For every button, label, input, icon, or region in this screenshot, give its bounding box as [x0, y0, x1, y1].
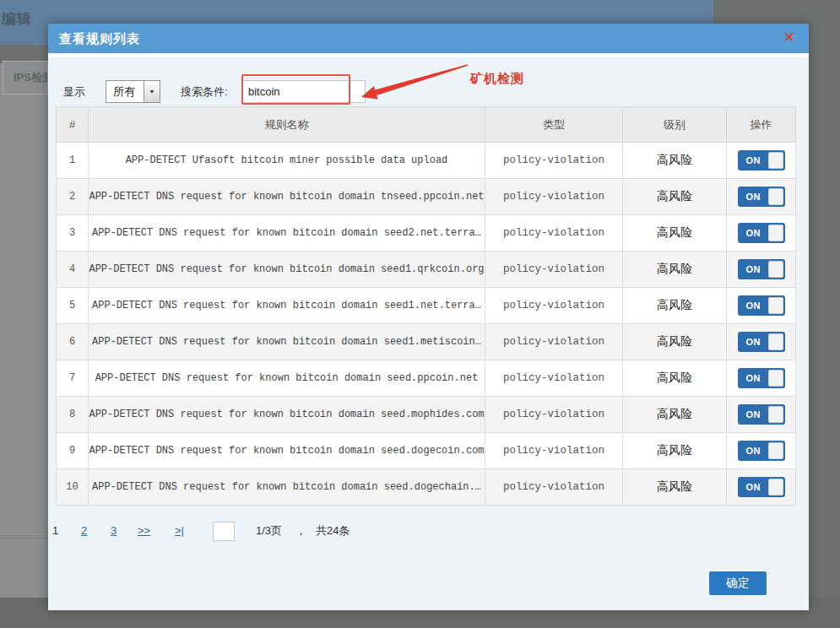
rule-enable-toggle[interactable]: ON: [738, 404, 785, 425]
table-row: 2APP-DETECT DNS request for known bitcoi…: [57, 179, 796, 215]
risk-level: 高风险: [623, 469, 727, 506]
page-last-button[interactable]: >|: [175, 521, 184, 541]
rule-action-cell: ON: [727, 324, 796, 360]
toggle-knob[interactable]: [768, 261, 783, 278]
risk-level: 高风险: [623, 252, 727, 288]
toggle-knob[interactable]: [768, 152, 783, 169]
risk-level: 高风险: [623, 397, 727, 433]
toggle-on-label: ON: [746, 295, 761, 316]
row-number: 1: [57, 143, 89, 179]
rule-name: APP-DETECT DNS request for known bitcoin…: [89, 397, 485, 433]
page-jump-input[interactable]: [213, 522, 235, 541]
rule-enable-toggle[interactable]: ON: [738, 441, 785, 461]
toggle-knob[interactable]: [768, 370, 783, 387]
rule-action-cell: ON: [727, 469, 796, 506]
toggle-on-label: ON: [746, 150, 761, 171]
toggle-knob[interactable]: [768, 479, 783, 495]
row-number: 6: [57, 324, 89, 360]
toggle-knob[interactable]: [768, 333, 783, 350]
rule-type: policy-violation: [485, 143, 623, 179]
rule-type: policy-violation: [485, 433, 623, 469]
chevron-down-icon[interactable]: ▼: [144, 81, 160, 102]
close-icon[interactable]: ✕: [783, 30, 795, 46]
edit-button: 编辑: [2, 9, 32, 29]
table-row: 3APP-DETECT DNS request for known bitcoi…: [57, 215, 796, 252]
display-select-value: 所有: [113, 81, 135, 102]
page-info-separator: ，: [295, 521, 306, 541]
risk-level: 高风险: [623, 288, 727, 324]
risk-level: 高风险: [623, 324, 727, 360]
rule-action-cell: ON: [727, 360, 796, 397]
ok-button[interactable]: 确定: [709, 571, 767, 595]
search-input[interactable]: [242, 80, 366, 103]
row-number: 9: [57, 433, 89, 469]
rule-type: policy-violation: [485, 252, 623, 288]
col-header-action: 操作: [727, 107, 796, 143]
row-number: 4: [57, 252, 89, 288]
rule-action-cell: ON: [727, 215, 796, 252]
header-separator: [48, 53, 809, 57]
rule-type: policy-violation: [485, 397, 623, 433]
risk-level: 高风险: [623, 433, 727, 469]
rule-enable-toggle[interactable]: ON: [738, 368, 785, 388]
rule-enable-toggle[interactable]: ON: [738, 259, 785, 279]
toggle-knob[interactable]: [768, 188, 783, 205]
screen: 编辑 IPS检测 查看规则列表 ✕ 显示 所有 ▼ 搜索条件: # 规则: [0, 0, 840, 628]
rule-name: APP-DETECT DNS request for known bitcoin…: [89, 324, 485, 360]
table-row: 6APP-DETECT DNS request for known bitcoi…: [57, 324, 796, 360]
table-row: 10APP-DETECT DNS request for known bitco…: [57, 469, 796, 506]
page-next-button[interactable]: >>: [138, 521, 150, 541]
rule-type: policy-violation: [485, 179, 623, 215]
rule-name: APP-DETECT DNS request for known bitcoin…: [89, 433, 485, 469]
page-current: 1: [52, 521, 58, 541]
risk-level: 高风险: [623, 179, 727, 215]
rule-type: policy-violation: [485, 360, 623, 397]
pagination: 1 2 3 >> >| 1/3页 ， 共24条: [48, 521, 470, 543]
toggle-knob[interactable]: [768, 225, 783, 241]
rule-name: APP-DETECT Ufasoft bitcoin miner possibl…: [89, 143, 485, 179]
page-link-3[interactable]: 3: [111, 521, 117, 541]
toggle-on-label: ON: [746, 368, 761, 388]
toggle-on-label: ON: [746, 332, 761, 352]
rule-type: policy-violation: [485, 324, 623, 360]
rule-action-cell: ON: [727, 143, 796, 179]
toggle-on-label: ON: [746, 404, 761, 425]
toggle-on-label: ON: [746, 187, 761, 207]
row-number: 8: [57, 397, 89, 433]
toggle-on-label: ON: [746, 477, 761, 497]
risk-level: 高风险: [623, 215, 727, 252]
rules-table-body: 1APP-DETECT Ufasoft bitcoin miner possib…: [57, 143, 796, 506]
total-count: 共24条: [316, 521, 350, 541]
page-link-2[interactable]: 2: [81, 521, 87, 541]
col-header-level: 级别: [623, 107, 727, 143]
rule-enable-toggle[interactable]: ON: [738, 295, 785, 316]
rule-enable-toggle[interactable]: ON: [738, 477, 785, 497]
rule-name: APP-DETECT DNS request for known bitcoin…: [89, 469, 485, 506]
rule-action-cell: ON: [727, 288, 796, 324]
rule-enable-toggle[interactable]: ON: [738, 223, 785, 243]
toggle-knob[interactable]: [768, 406, 783, 423]
rule-name: APP-DETECT DNS request for known bitcoin…: [89, 179, 485, 215]
tab-ips-detect: IPS检测: [3, 61, 48, 95]
display-select[interactable]: 所有 ▼: [106, 80, 160, 103]
rule-enable-toggle[interactable]: ON: [738, 187, 785, 207]
table-row: 9APP-DETECT DNS request for known bitcoi…: [57, 433, 796, 469]
toggle-on-label: ON: [746, 259, 761, 279]
rule-enable-toggle[interactable]: ON: [738, 150, 785, 171]
rule-type: policy-violation: [485, 288, 623, 324]
col-header-index: #: [57, 107, 89, 143]
risk-level: 高风险: [623, 143, 727, 179]
toggle-knob[interactable]: [768, 297, 783, 314]
rule-type: policy-violation: [485, 215, 623, 252]
row-number: 7: [57, 360, 89, 397]
rule-name: APP-DETECT DNS request for known bitcoin…: [89, 360, 485, 397]
rule-type: policy-violation: [485, 469, 623, 506]
rule-enable-toggle[interactable]: ON: [738, 332, 785, 352]
table-row: 1APP-DETECT Ufasoft bitcoin miner possib…: [57, 143, 796, 179]
page-info: 1/3页: [256, 521, 282, 541]
toggle-on-label: ON: [746, 441, 761, 461]
col-header-type: 类型: [485, 107, 623, 143]
view-rules-dialog: 查看规则列表 ✕ 显示 所有 ▼ 搜索条件: # 规则名称 类型 级别 操作: [48, 24, 809, 610]
row-number: 3: [57, 215, 89, 252]
toggle-knob[interactable]: [768, 442, 783, 459]
